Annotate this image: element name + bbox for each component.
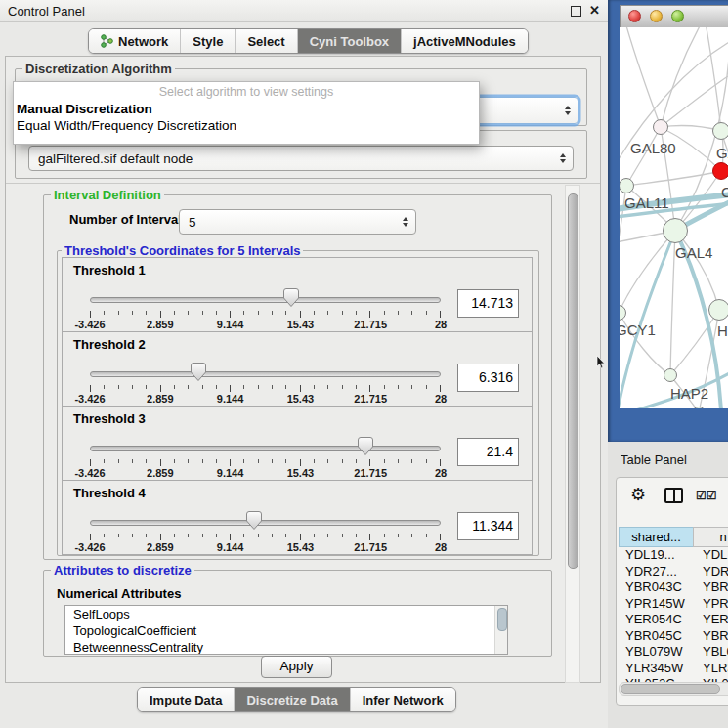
- tick-mark: [160, 385, 161, 392]
- minimize-traffic-light-icon[interactable]: [650, 10, 663, 22]
- slider-track[interactable]: [90, 297, 441, 303]
- tick-mark: [118, 459, 119, 463]
- divider: [6, 183, 600, 184]
- column-header-shared-[interactable]: shared...: [619, 527, 694, 547]
- tick-mark: [398, 385, 399, 389]
- cell-shared-name: YBR043C: [619, 579, 694, 596]
- horizontal-scrollbar[interactable]: [619, 682, 728, 696]
- attribute-item-topologicalcoefficient[interactable]: TopologicalCoefficient: [65, 622, 507, 639]
- popup-option-manual-discretization[interactable]: Manual Discretization: [14, 102, 479, 118]
- table-row[interactable]: YLR345WYLR3: [619, 661, 728, 677]
- tick-label: 28: [435, 393, 447, 405]
- attribute-item-selfloops[interactable]: SelfLoops: [65, 606, 507, 622]
- network-node-ga[interactable]: [712, 122, 728, 140]
- vertical-scrollbar[interactable]: [565, 185, 580, 683]
- table-row[interactable]: YPR145WYPR1: [619, 596, 728, 613]
- tick-mark: [202, 311, 203, 315]
- number-of-intervals-combobox[interactable]: 5: [179, 209, 416, 235]
- mouse-cursor: [596, 356, 606, 369]
- zoom-traffic-light-icon[interactable]: [671, 10, 684, 22]
- network-node-hap2[interactable]: [664, 368, 677, 382]
- threshold-value-field[interactable]: 11.344: [457, 512, 519, 540]
- threshold-value-field[interactable]: 6.316: [457, 364, 519, 392]
- slider-thumb[interactable]: [191, 363, 206, 381]
- tab-style[interactable]: Style: [181, 29, 236, 53]
- network-node-label-c: C: [721, 184, 728, 200]
- table-row[interactable]: YBL079WYBL0: [619, 644, 728, 661]
- split-columns-icon[interactable]: [664, 488, 683, 503]
- tick-mark: [285, 311, 286, 315]
- tab-label: Infer Network: [363, 693, 444, 707]
- slider-thumb[interactable]: [358, 437, 373, 455]
- tick-label: 9.144: [217, 319, 244, 330]
- network-node-c[interactable]: [712, 162, 728, 180]
- slider-thumb[interactable]: [246, 511, 262, 530]
- column-header-n[interactable]: n: [693, 527, 728, 547]
- scrollbar-thumb[interactable]: [621, 684, 720, 694]
- table-row[interactable]: YBR043CYBR0: [619, 579, 728, 596]
- tick-label: 21.715: [354, 319, 387, 330]
- tick-mark: [230, 311, 231, 318]
- threshold-value-field[interactable]: 14.713: [457, 289, 519, 318]
- popup-option-equal-width-frequency-discretization[interactable]: Equal Width/Frequency Discretization: [14, 118, 479, 135]
- float-window-icon[interactable]: [571, 6, 581, 17]
- tick-mark: [90, 385, 91, 392]
- threshold-value-field[interactable]: 21.4: [457, 438, 519, 466]
- scrollbar-thumb[interactable]: [568, 193, 578, 569]
- thresholds-container: Threshold 1-3.4262.8599.14415.4321.71528…: [62, 258, 533, 555]
- close-traffic-light-icon[interactable]: [628, 10, 641, 22]
- tick-mark: [300, 459, 301, 466]
- number-of-intervals-label: Number of Intervals: [69, 212, 189, 227]
- numerical-attributes-list[interactable]: SelfLoopsTopologicalCoefficientBetweenne…: [64, 605, 508, 655]
- tick-mark: [384, 385, 385, 389]
- table-row[interactable]: YDL19...YDL1: [619, 547, 728, 564]
- network-window-titlebar[interactable]: [620, 5, 728, 28]
- table-row[interactable]: YER054CYER0: [619, 612, 728, 628]
- tick-mark: [440, 385, 441, 392]
- scrollbar-thumb[interactable]: [497, 608, 507, 631]
- slider-track[interactable]: [90, 371, 441, 377]
- table-panel-title: Table Panel: [621, 452, 687, 467]
- tick-label: 21.715: [354, 393, 387, 405]
- number-of-intervals-value: 5: [189, 215, 196, 230]
- close-icon[interactable]: ✕: [589, 3, 600, 18]
- select-columns-icon[interactable]: ☑☑: [696, 489, 717, 502]
- tick-mark: [202, 534, 203, 537]
- table-row[interactable]: YBR045CYBR0: [619, 628, 728, 645]
- tick-mark: [258, 459, 259, 463]
- slider-track[interactable]: [90, 520, 441, 526]
- tick-mark: [118, 534, 119, 537]
- table-data-combobox[interactable]: galFiltered.sif default node: [28, 146, 574, 171]
- tick-mark: [90, 459, 91, 466]
- tick-mark: [174, 534, 175, 537]
- gear-icon[interactable]: ⚙: [630, 486, 646, 503]
- cell-name: YBR0: [694, 579, 728, 596]
- table-row[interactable]: YDR27...YDR2: [619, 564, 728, 580]
- slider-thumb[interactable]: [283, 288, 299, 307]
- apply-button[interactable]: Apply: [261, 656, 332, 678]
- tick-mark: [440, 311, 441, 318]
- algorithm-popup-list: Manual DiscretizationEqual Width/Frequen…: [14, 102, 479, 135]
- tick-mark: [118, 311, 119, 315]
- tab-network[interactable]: Network: [89, 29, 181, 53]
- attribute-list-items: SelfLoopsTopologicalCoefficientBetweenne…: [65, 606, 507, 655]
- tab-infer-network[interactable]: Infer Network: [351, 688, 455, 711]
- tab-cyni-toolbox[interactable]: Cyni Toolbox: [298, 29, 402, 53]
- network-node-gal80[interactable]: [653, 119, 668, 135]
- network-node-gal4[interactable]: [663, 218, 688, 243]
- tab-select[interactable]: Select: [236, 29, 297, 53]
- tick-mark: [104, 459, 105, 463]
- tick-mark: [146, 311, 147, 315]
- tab-discretize-data[interactable]: Discretize Data: [235, 688, 350, 711]
- slider-track[interactable]: [90, 446, 441, 451]
- list-scrollbar[interactable]: [494, 606, 507, 654]
- tick-mark: [342, 385, 343, 389]
- tab-impute-data[interactable]: Impute Data: [138, 688, 235, 711]
- network-node-h[interactable]: [708, 299, 728, 321]
- cell-name: YLR3: [694, 661, 728, 677]
- tab-jactivemnodules[interactable]: jActiveMNodules: [402, 29, 528, 53]
- tick-mark: [285, 534, 286, 537]
- attribute-item-betweennesscentrality[interactable]: BetweennessCentrality: [65, 639, 507, 655]
- tick-label: 2.859: [147, 541, 174, 553]
- network-canvas[interactable]: GAL80GACGAL11GAL4GCY1HHAP2: [620, 27, 728, 408]
